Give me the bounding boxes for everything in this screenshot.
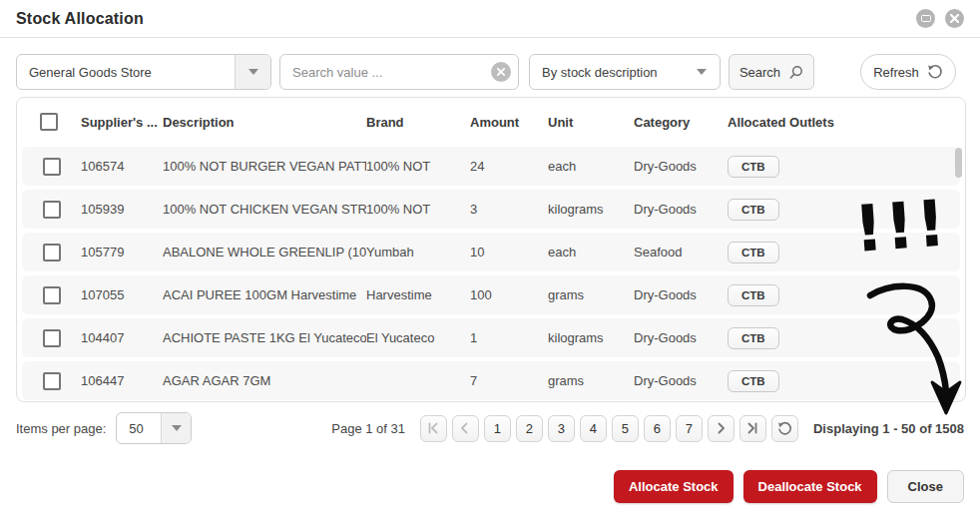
outlet-chip[interactable]: CTB xyxy=(728,199,779,221)
chevron-down-icon xyxy=(248,69,258,75)
column-header-outlets: Allocated Outlets xyxy=(728,115,965,130)
cell-supplier: 104407 xyxy=(81,330,163,345)
deallocate-stock-button[interactable]: Deallocate Stock xyxy=(743,470,877,503)
cell-category: Dry-Goods xyxy=(634,202,728,217)
cell-category: Seafood xyxy=(634,245,728,260)
page-button-6[interactable]: 6 xyxy=(644,415,671,442)
scrollbar-thumb[interactable] xyxy=(955,148,962,178)
cell-description: ACAI PUREE 100GM Harvestime xyxy=(163,287,366,302)
column-header-brand: Brand xyxy=(366,115,470,130)
cell-brand: El Yucateco xyxy=(366,330,470,345)
cell-supplier: 105779 xyxy=(81,245,163,260)
cell-description: ABALONE WHOLE GREENLIP (10P... xyxy=(163,245,366,260)
chevron-right-icon xyxy=(715,422,727,434)
displaying-count: Displaying 1 - 50 of 1508 xyxy=(813,421,964,436)
first-page-button[interactable] xyxy=(420,415,447,442)
column-header-category: Category xyxy=(634,115,728,130)
outlet-chip[interactable]: CTB xyxy=(728,242,779,263)
allocate-stock-button[interactable]: Allocate Stock xyxy=(614,470,734,503)
cell-category: Dry-Goods xyxy=(634,287,728,302)
table-row: 104407 ACHIOTE PASTE 1KG El Yucateco El … xyxy=(22,318,960,357)
cell-supplier: 106447 xyxy=(81,373,163,388)
row-checkbox[interactable] xyxy=(43,329,61,347)
cell-description: 100% NOT CHICKEN VEGAN STRI... xyxy=(163,202,366,217)
row-checkbox[interactable] xyxy=(43,244,61,261)
cell-description: AGAR AGAR 7GM xyxy=(163,373,366,388)
page-title: Stock Allocation xyxy=(16,10,144,28)
table-row: 106574 100% NOT BURGER VEGAN PATTI... 10… xyxy=(22,147,960,186)
refresh-icon xyxy=(777,421,792,436)
cell-unit: grams xyxy=(548,373,634,388)
select-all-checkbox[interactable] xyxy=(40,113,58,131)
clear-icon xyxy=(497,68,505,76)
page-button-4[interactable]: 4 xyxy=(580,415,607,442)
table-row: 105779 ABALONE WHOLE GREENLIP (10P... Yu… xyxy=(22,233,960,271)
table-row: 105939 100% NOT CHICKEN VEGAN STRI... 10… xyxy=(22,190,960,229)
items-per-page-value: 50 xyxy=(117,421,161,436)
row-checkbox[interactable] xyxy=(43,286,61,304)
cell-amount: 24 xyxy=(470,159,548,174)
refresh-button[interactable]: Refresh xyxy=(860,54,956,90)
outlet-chip[interactable]: CTB xyxy=(728,327,779,349)
cell-supplier: 106574 xyxy=(81,159,163,174)
column-header-unit: Unit xyxy=(548,115,634,130)
previous-page-button[interactable] xyxy=(452,415,479,442)
pagination-controls: Page 1 of 31 1 2 3 4 5 6 7 xyxy=(331,415,964,442)
cell-unit: kilograms xyxy=(548,330,634,345)
refresh-button-label: Refresh xyxy=(873,65,919,80)
cell-amount: 1 xyxy=(470,330,548,345)
cell-amount: 10 xyxy=(470,245,548,260)
page-button-3[interactable]: 3 xyxy=(548,415,575,442)
column-header-supplier: Supplier's ... xyxy=(81,115,163,130)
page-button-1[interactable]: 1 xyxy=(484,415,511,442)
outlet-chip[interactable]: CTB xyxy=(728,156,779,178)
row-checkbox[interactable] xyxy=(43,158,61,176)
items-per-page-select[interactable]: 50 xyxy=(116,412,192,444)
last-page-icon xyxy=(746,422,758,434)
cell-category: Dry-Goods xyxy=(634,159,728,174)
cell-supplier: 105939 xyxy=(81,202,163,217)
reload-page-button[interactable] xyxy=(771,415,798,442)
row-checkbox[interactable] xyxy=(43,201,61,219)
close-button[interactable] xyxy=(945,9,964,28)
cell-supplier: 107055 xyxy=(81,287,163,302)
table-header: Supplier's ... Description Brand Amount … xyxy=(17,98,965,146)
window-controls xyxy=(916,9,964,28)
search-input[interactable] xyxy=(279,54,519,90)
store-select[interactable]: General Goods Store xyxy=(16,54,271,90)
table-row: 106447 AGAR AGAR 7GM 7 grams Dry-Goods C… xyxy=(22,361,960,400)
row-checkbox[interactable] xyxy=(43,372,61,390)
cell-brand: Harvestime xyxy=(366,287,470,302)
next-page-button[interactable] xyxy=(708,415,735,442)
search-field-wrap xyxy=(279,54,519,90)
close-icon xyxy=(950,14,959,23)
cell-description: ACHIOTE PASTE 1KG El Yucateco xyxy=(163,330,366,345)
page-button-7[interactable]: 7 xyxy=(676,415,703,442)
cell-category: Dry-Goods xyxy=(634,373,728,388)
table-row: 107055 ACAI PUREE 100GM Harvestime Harve… xyxy=(22,275,960,314)
store-select-value: General Goods Store xyxy=(17,65,235,80)
close-dialog-button[interactable]: Close xyxy=(887,470,964,503)
minimize-button[interactable] xyxy=(916,9,935,28)
cell-description: 100% NOT BURGER VEGAN PATTI... xyxy=(163,159,366,174)
search-by-value: By stock description xyxy=(530,65,684,80)
page-indicator: Page 1 of 31 xyxy=(331,421,405,436)
chevron-down-icon xyxy=(172,425,182,431)
table-scrollbar xyxy=(955,148,963,397)
chevron-down-icon xyxy=(697,69,707,75)
page-button-2[interactable]: 2 xyxy=(516,415,543,442)
search-button[interactable]: Search xyxy=(729,54,814,90)
cell-brand: Yumbah xyxy=(366,245,470,260)
cell-amount: 100 xyxy=(470,287,548,302)
items-per-page-label: Items per page: xyxy=(16,421,106,436)
outlet-chip[interactable]: CTB xyxy=(728,284,779,306)
search-by-select[interactable]: By stock description xyxy=(529,54,721,90)
cell-brand: 100% NOT xyxy=(366,202,470,217)
search-button-label: Search xyxy=(739,65,780,80)
cell-amount: 7 xyxy=(470,373,548,388)
page-button-5[interactable]: 5 xyxy=(612,415,639,442)
outlet-chip[interactable]: CTB xyxy=(728,370,779,392)
clear-search-button[interactable] xyxy=(491,62,511,82)
last-page-button[interactable] xyxy=(739,415,766,442)
cell-unit: each xyxy=(548,245,634,260)
